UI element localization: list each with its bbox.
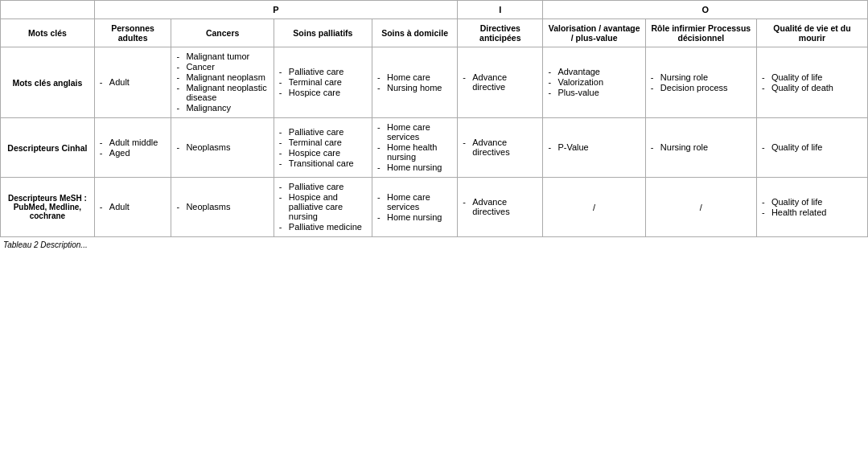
col-cancers: Cancers [171, 19, 274, 47]
list-item: Home care services [377, 122, 452, 142]
list-item: Palliative care [279, 182, 367, 191]
col-directives: Directives anticipées [458, 19, 543, 47]
o-header: O [543, 1, 868, 19]
list-item: Palliative care [279, 127, 367, 137]
list-item: Malignancy [176, 103, 268, 113]
list-item: Home care [377, 72, 452, 82]
cell-cinhal-directives: Advance directives [458, 118, 543, 178]
cell-cinhal-qualite: Quality of life [756, 118, 867, 178]
list-item: Cancer [176, 62, 268, 72]
list-item: Malignant tumor [176, 51, 268, 61]
row-header-cinhal: Descripteurs Cinhal [1, 118, 95, 178]
table-row: Descripteurs MeSH : PubMed, Medline, coc… [1, 178, 868, 237]
list-item: Quality of life [762, 72, 862, 82]
list-item: Malignant neoplasm [176, 72, 268, 82]
list-item: Palliative care [279, 67, 367, 76]
cell-mesh-personnes: Adult [94, 178, 171, 237]
list-item: Hospice care [279, 88, 367, 97]
list-item: Decision process [651, 83, 751, 92]
table-row: Descripteurs Cinhal Adult middle Aged Ne… [1, 118, 868, 178]
cell-mots-anglais-cancers: Malignant tumor Cancer Malignant neoplas… [171, 47, 274, 118]
list-item: Nursing role [651, 72, 751, 82]
list-item: Advance directives [463, 138, 537, 157]
list-item: Terminal care [279, 138, 367, 147]
cell-cinhal-soins-dom: Home care services Home health nursing H… [372, 118, 457, 178]
cell-cinhal-role: Nursing role [645, 118, 756, 178]
cell-cinhal-personnes: Adult middle Aged [94, 118, 171, 178]
col-soins-domicile: Soins à domicile [372, 19, 457, 47]
col-role-infirmier: Rôle infirmier Processus décisionnel [645, 19, 756, 47]
list-item: Home nursing [377, 212, 452, 222]
list-item: Nursing role [651, 142, 751, 152]
i-header: I [458, 1, 543, 19]
cell-mesh-soins-pall: Palliative care Hospice and palliative c… [274, 178, 372, 237]
list-item: Adult [100, 77, 167, 87]
cell-cinhal-valorisation: P-Value [543, 118, 645, 178]
section-header-row: P I O [1, 1, 868, 19]
list-item: Nursing home [377, 83, 452, 92]
list-item: Plus-value [548, 88, 640, 97]
cell-mots-anglais-directives: Advance directive [458, 47, 543, 118]
col-mots-cles: Mots clés [1, 19, 95, 47]
list-item: Malignant neoplastic disease [176, 83, 268, 102]
p-header: P [94, 1, 457, 19]
cell-cinhal-cancers: Neoplasms [171, 118, 274, 178]
column-header-row: Mots clés Personnes adultes Cancers Soin… [1, 19, 868, 47]
cell-mots-anglais-soins-dom: Home care Nursing home [372, 47, 457, 118]
row-header-mesh: Descripteurs MeSH : PubMed, Medline, coc… [1, 178, 95, 237]
list-item: Palliative medicine [279, 222, 367, 232]
cell-mots-anglais-role: Nursing role Decision process [645, 47, 756, 118]
list-item: Quality of death [762, 83, 862, 92]
list-item: Neoplasms [176, 142, 268, 152]
cell-mots-anglais-personnes: Adult [94, 47, 171, 118]
list-item: Home health nursing [377, 142, 452, 162]
cell-mesh-soins-dom: Home care services Home nursing [372, 178, 457, 237]
list-item: Home care services [377, 192, 452, 211]
cell-mesh-role: / [645, 178, 756, 237]
cell-mesh-directives: Advance directives [458, 178, 543, 237]
table-row: Mots clés anglais Adult Malignant tumor … [1, 47, 868, 118]
col-personnes: Personnes adultes [94, 19, 171, 47]
empty-header [1, 1, 95, 19]
list-item: P-Value [548, 142, 640, 152]
list-item: Adult middle [100, 138, 167, 147]
list-item: Transitional care [279, 158, 367, 168]
list-item: Neoplasms [176, 202, 268, 211]
list-item: Advance directives [463, 197, 537, 216]
list-item: Terminal care [279, 77, 367, 87]
col-valorisation: Valorisation / avantage / plus-value [543, 19, 645, 47]
list-item: Hospice and palliative care nursing [279, 192, 367, 221]
main-table-container: P I O Mots clés Personnes adultes Cancer… [0, 0, 868, 249]
list-item: Aged [100, 148, 167, 158]
cell-mesh-qualite: Quality of life Health related [756, 178, 867, 237]
list-item: Home nursing [377, 162, 452, 172]
col-qualite-vie: Qualité de vie et du mourir [756, 19, 867, 47]
cell-mesh-valorisation: / [543, 178, 645, 237]
cell-cinhal-soins-pall: Palliative care Terminal care Hospice ca… [274, 118, 372, 178]
list-item: Quality of life [762, 197, 862, 207]
list-item: Adult [100, 202, 167, 211]
list-item: Valorization [548, 77, 640, 87]
list-item: Hospice care [279, 148, 367, 158]
cell-mots-anglais-qualite: Quality of life Quality of death [756, 47, 867, 118]
cell-mots-anglais-soins-pall: Palliative care Terminal care Hospice ca… [274, 47, 372, 118]
list-item: Quality of life [762, 142, 862, 152]
list-item: Health related [762, 207, 862, 217]
list-item: Advance directive [463, 72, 537, 92]
table-footer: Tableau 2 Description... [0, 240, 868, 249]
cell-mesh-cancers: Neoplasms [171, 178, 274, 237]
cell-mots-anglais-valorisation: Advantage Valorization Plus-value [543, 47, 645, 118]
row-header-mots-anglais: Mots clés anglais [1, 47, 95, 118]
list-item: Advantage [548, 67, 640, 76]
col-soins-palliatifs: Soins palliatifs [274, 19, 372, 47]
